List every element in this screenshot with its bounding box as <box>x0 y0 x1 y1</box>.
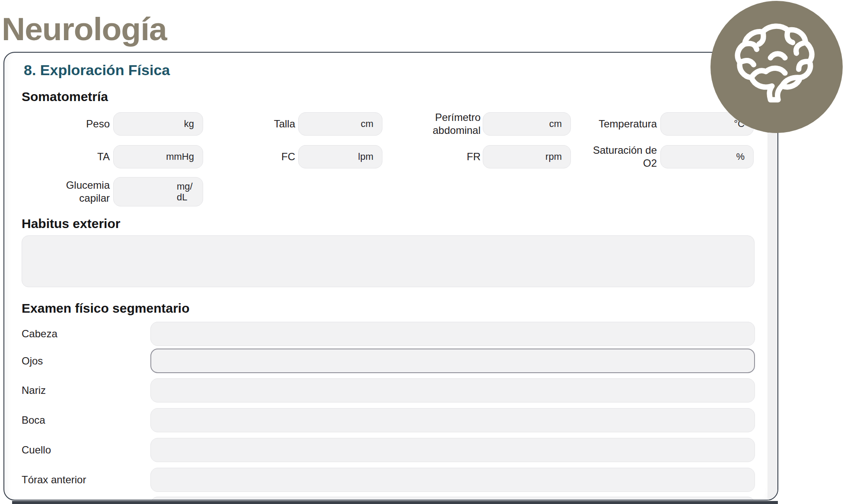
saturacion-o2-unit: % <box>736 151 745 162</box>
glucemia-capilar-unit: mg/dL <box>177 181 194 203</box>
perimetro-abdominal-unit: cm <box>549 118 562 129</box>
fr-unit: rpm <box>545 151 562 162</box>
exploracion-fisica-card: 8. Exploración Física Somatometría Peso … <box>3 52 778 501</box>
somatometria-heading: Somatometría <box>22 89 108 105</box>
perimetro-abdominal-field[interactable]: cm <box>483 112 571 136</box>
nariz-field[interactable] <box>150 378 755 403</box>
examen-segmentario-heading: Examen físico segmentario <box>22 301 189 316</box>
talla-field[interactable]: cm <box>298 112 382 136</box>
fc-field[interactable]: lpm <box>298 145 382 168</box>
fr-label: FR <box>416 145 481 168</box>
specialty-badge <box>710 1 843 133</box>
ta-unit: mmHg <box>166 151 194 162</box>
brain-icon <box>731 21 822 113</box>
peso-unit: kg <box>184 118 194 129</box>
glucemia-capilar-label: Glucemia capilar <box>45 177 110 206</box>
fr-field[interactable]: rpm <box>483 145 571 168</box>
fc-unit: lpm <box>358 151 373 162</box>
habitus-heading: Habitus exterior <box>22 216 120 231</box>
boca-label: Boca <box>22 408 143 432</box>
torax-anterior-label: Tórax anterior <box>22 468 143 492</box>
ta-field[interactable]: mmHg <box>113 145 203 168</box>
ojos-field[interactable] <box>150 349 755 373</box>
boca-field[interactable] <box>150 408 755 432</box>
talla-unit: cm <box>361 118 373 129</box>
next-field-partial[interactable] <box>150 497 755 501</box>
glucemia-capilar-field[interactable]: mg/dL <box>113 177 203 206</box>
temperatura-label: Temperatura <box>592 112 657 136</box>
saturacion-o2-field[interactable]: % <box>660 145 754 168</box>
peso-label: Peso <box>45 112 110 136</box>
habitus-exterior-textarea[interactable] <box>22 235 755 287</box>
ta-label: TA <box>45 145 110 168</box>
saturacion-o2-label: Saturación de O2 <box>592 145 657 168</box>
cuello-field[interactable] <box>150 438 755 462</box>
cuello-label: Cuello <box>22 438 143 462</box>
ojos-label: Ojos <box>22 349 143 373</box>
bottom-edge-bar <box>12 501 778 504</box>
cabeza-field[interactable] <box>150 322 755 346</box>
torax-anterior-field[interactable] <box>150 468 755 492</box>
cabeza-label: Cabeza <box>22 322 143 346</box>
fc-label: FC <box>230 145 295 168</box>
talla-label: Talla <box>230 112 295 136</box>
section-heading: 8. Exploración Física <box>24 61 170 79</box>
nariz-label: Nariz <box>22 378 143 403</box>
perimetro-abdominal-label: Perímetro abdominal <box>416 112 481 136</box>
peso-field[interactable]: kg <box>113 112 203 136</box>
page-title: Neurología <box>2 13 167 45</box>
